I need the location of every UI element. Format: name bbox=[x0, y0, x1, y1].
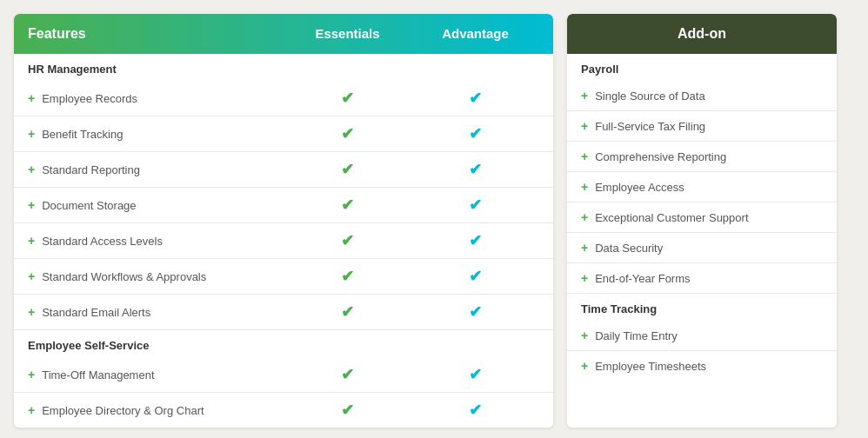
plus-icon: + bbox=[28, 403, 35, 417]
table-row: + Benefit Tracking ✔ ✔ bbox=[14, 116, 553, 152]
essentials-check: ✔ bbox=[284, 231, 411, 250]
feature-name: + Standard Email Alerts bbox=[28, 305, 284, 319]
essentials-col-label: Essentials bbox=[284, 26, 411, 42]
plus-icon: + bbox=[28, 269, 35, 283]
advantage-col-label: Advantage bbox=[411, 26, 539, 42]
feature-name: + Benefit Tracking bbox=[28, 127, 284, 141]
feature-name: + Standard Workflows & Approvals bbox=[28, 269, 284, 283]
feature-name: + Time-Off Management bbox=[28, 368, 284, 382]
advantage-check: ✔ bbox=[411, 196, 539, 215]
advantage-check: ✔ bbox=[411, 401, 539, 420]
features-panel: Features Essentials Advantage HR Managem… bbox=[14, 14, 553, 428]
features-col-label: Features bbox=[28, 26, 284, 42]
addon-list-item: + Employee Timesheets bbox=[567, 351, 837, 381]
feature-name: + Standard Access Levels bbox=[28, 234, 284, 248]
time-tracking-section-label: Time Tracking bbox=[567, 294, 837, 321]
feature-name: + Employee Records bbox=[28, 91, 284, 105]
plus-icon: + bbox=[28, 305, 35, 319]
plus-icon: + bbox=[28, 163, 35, 176]
addon-list-item: + Daily Time Entry bbox=[567, 321, 837, 351]
plus-icon: + bbox=[581, 241, 588, 255]
addon-list-item: + Single Source of Data bbox=[567, 81, 837, 111]
advantage-check: ✔ bbox=[411, 365, 539, 384]
table-row: + Time-Off Management ✔ ✔ bbox=[14, 357, 553, 393]
employee-self-service-section-label: Employee Self-Service bbox=[14, 330, 553, 357]
comparison-table: Features Essentials Advantage HR Managem… bbox=[14, 14, 854, 428]
plus-icon: + bbox=[28, 127, 35, 141]
addon-col-label: Add-on bbox=[581, 26, 823, 42]
table-row: + Standard Email Alerts ✔ ✔ bbox=[14, 295, 553, 330]
feature-name: + Document Storage bbox=[28, 198, 284, 212]
plus-icon: + bbox=[28, 91, 35, 105]
hr-management-section-label: HR Management bbox=[14, 54, 553, 81]
plus-icon: + bbox=[581, 328, 588, 342]
addon-list-item: + End-of-Year Forms bbox=[567, 263, 837, 294]
essentials-check: ✔ bbox=[284, 302, 411, 322]
plus-icon: + bbox=[581, 119, 588, 133]
addon-list-item: + Comprehensive Reporting bbox=[567, 142, 837, 172]
plus-icon: + bbox=[581, 359, 588, 373]
essentials-check: ✔ bbox=[284, 267, 411, 286]
addon-list-item: + Employee Access bbox=[567, 172, 837, 202]
essentials-check: ✔ bbox=[284, 124, 411, 143]
addon-list-item: + Data Security bbox=[567, 233, 837, 263]
plus-icon: + bbox=[581, 180, 588, 194]
features-header: Features Essentials Advantage bbox=[14, 14, 553, 54]
plus-icon: + bbox=[28, 198, 35, 212]
essentials-check: ✔ bbox=[284, 365, 411, 384]
advantage-check: ✔ bbox=[411, 160, 539, 179]
advantage-check: ✔ bbox=[411, 267, 539, 286]
table-row: + Employee Records ✔ ✔ bbox=[14, 81, 553, 116]
advantage-check: ✔ bbox=[411, 231, 539, 250]
table-row: + Standard Reporting ✔ ✔ bbox=[14, 152, 553, 188]
addon-panel: Add-on Payroll + Single Source of Data +… bbox=[567, 14, 837, 428]
essentials-check: ✔ bbox=[284, 160, 411, 179]
plus-icon: + bbox=[581, 149, 588, 163]
addon-list-item: + Full-Service Tax Filing bbox=[567, 111, 837, 142]
plus-icon: + bbox=[581, 210, 588, 224]
feature-name: + Standard Reporting bbox=[28, 163, 284, 176]
addon-list-item: + Exceptional Customer Support bbox=[567, 202, 837, 233]
table-row: + Document Storage ✔ ✔ bbox=[14, 188, 553, 223]
plus-icon: + bbox=[581, 271, 588, 285]
addon-header: Add-on bbox=[567, 14, 837, 54]
table-row: + Standard Access Levels ✔ ✔ bbox=[14, 223, 553, 259]
essentials-check: ✔ bbox=[284, 89, 411, 108]
plus-icon: + bbox=[581, 89, 588, 103]
table-row: + Standard Workflows & Approvals ✔ ✔ bbox=[14, 259, 553, 295]
payroll-section-label: Payroll bbox=[567, 54, 837, 81]
plus-icon: + bbox=[28, 368, 35, 382]
table-row: + Employee Directory & Org Chart ✔ ✔ bbox=[14, 393, 553, 428]
essentials-check: ✔ bbox=[284, 196, 411, 215]
advantage-check: ✔ bbox=[411, 124, 539, 143]
advantage-check: ✔ bbox=[411, 89, 539, 108]
advantage-check: ✔ bbox=[411, 302, 539, 322]
feature-name: + Employee Directory & Org Chart bbox=[28, 403, 284, 417]
essentials-check: ✔ bbox=[284, 401, 411, 420]
plus-icon: + bbox=[28, 234, 35, 248]
